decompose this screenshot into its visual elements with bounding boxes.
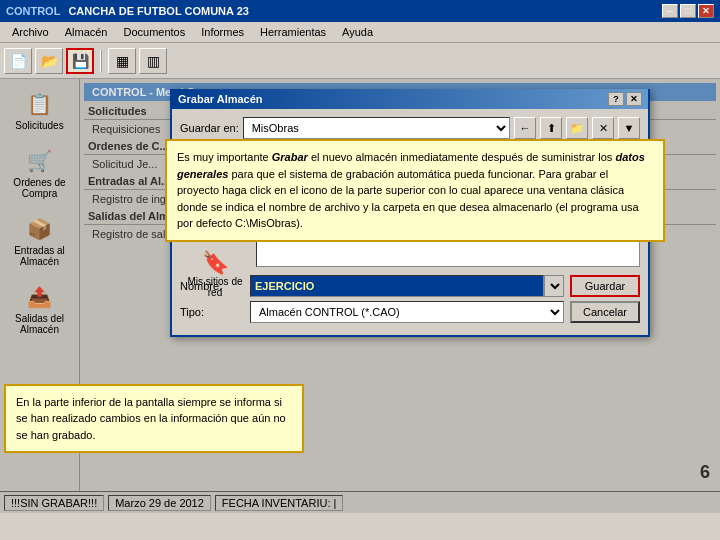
filename-dropdown[interactable]: ▼: [544, 275, 564, 297]
filename-row: Nombre: ▼ Guardar: [180, 275, 640, 297]
title-bar: CONTROL CANCHA DE FUTBOL COMUNA 23 ─ □ ✕: [0, 0, 720, 22]
location-bar: Guardar en: MisObras ← ⬆ 📁 ✕ ▼: [180, 117, 640, 139]
window-title: CANCHA DE FUTBOL COMUNA 23: [68, 5, 249, 17]
app-control-label: CONTROL: [6, 5, 60, 17]
dialog-save-button[interactable]: Guardar: [570, 275, 640, 297]
maximize-button[interactable]: □: [680, 4, 696, 18]
save-button[interactable]: 💾: [66, 48, 94, 74]
menu-ayuda[interactable]: Ayuda: [334, 24, 381, 40]
sidebar-network[interactable]: 🔖 Mis sitios de red: [183, 248, 247, 300]
filetype-row: Tipo: Almacén CONTROL (*.CAO) Cancelar: [180, 301, 640, 323]
toolbar: 📄 📂 💾 ▦ ▥: [0, 43, 720, 79]
filename-label: Nombre:: [180, 280, 250, 292]
dialog-help-button[interactable]: ?: [608, 92, 624, 106]
dialog-title-buttons: ? ✕: [608, 92, 642, 106]
new-button[interactable]: 📄: [4, 48, 32, 74]
location-select[interactable]: MisObras: [243, 117, 510, 139]
filename-input[interactable]: [250, 275, 544, 297]
nav-clear-button[interactable]: ✕: [592, 117, 614, 139]
tooltip-box: Es muy importante Grabar el nuevo almacé…: [165, 139, 665, 242]
bottom-tooltip: En la parte inferior de la pantalla siem…: [4, 384, 304, 454]
nav-up-button[interactable]: ⬆: [540, 117, 562, 139]
dialog-cancel-button[interactable]: Cancelar: [570, 301, 640, 323]
menu-archivo[interactable]: Archivo: [4, 24, 57, 40]
menu-documentos[interactable]: Documentos: [115, 24, 193, 40]
title-bar-buttons: ─ □ ✕: [662, 4, 714, 18]
nav-back-button[interactable]: ←: [514, 117, 536, 139]
nav-folder-button[interactable]: 📁: [566, 117, 588, 139]
main-area: 📋 Solicitudes 🛒 Ordenes de Compra 📦 Entr…: [0, 79, 720, 513]
filetype-label: Tipo:: [180, 306, 250, 318]
filetype-select[interactable]: Almacén CONTROL (*.CAO): [250, 301, 564, 323]
dialog-title: Grabar Almacén: [178, 93, 263, 105]
dialog-title-bar: Grabar Almacén ? ✕: [172, 89, 648, 109]
menu-bar: Archivo Almacén Documentos Informes Herr…: [0, 22, 720, 43]
menu-almacen[interactable]: Almacén: [57, 24, 116, 40]
view-grid-button[interactable]: ▦: [108, 48, 136, 74]
toolbar-separator: [100, 50, 102, 72]
menu-informes[interactable]: Informes: [193, 24, 252, 40]
open-button[interactable]: 📂: [35, 48, 63, 74]
nav-menu-button[interactable]: ▼: [618, 117, 640, 139]
location-label: Guardar en:: [180, 122, 239, 134]
dialog-close-button[interactable]: ✕: [626, 92, 642, 106]
menu-herramientas[interactable]: Herramientas: [252, 24, 334, 40]
network-icon: 🔖: [202, 250, 229, 276]
view-list-button[interactable]: ▥: [139, 48, 167, 74]
bottom-tooltip-text: En la parte inferior de la pantalla siem…: [16, 396, 286, 441]
close-button[interactable]: ✕: [698, 4, 714, 18]
minimize-button[interactable]: ─: [662, 4, 678, 18]
